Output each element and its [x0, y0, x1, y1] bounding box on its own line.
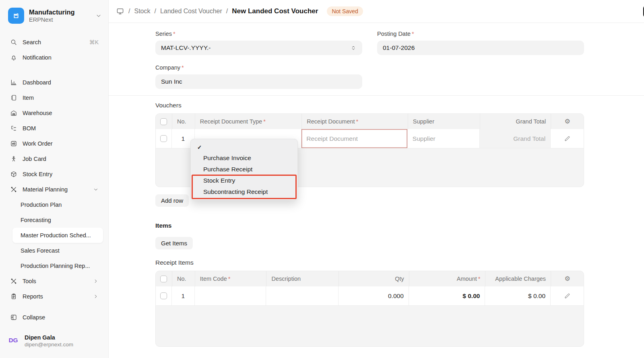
receipt-items-table-header: No. Item Code* Description Qty Amount* A… — [156, 271, 584, 286]
select-updown-icon — [350, 45, 357, 51]
amount-cell[interactable]: $ 0.00 — [409, 286, 485, 306]
breadcrumb-separator: / — [154, 8, 156, 15]
vouchers-heading: Vouchers — [155, 102, 644, 109]
sidebar-item-reports[interactable]: Reports — [0, 289, 108, 304]
row-edit-cell — [551, 129, 584, 148]
table-settings-gear-icon[interactable]: ⚙ — [564, 276, 570, 282]
get-items-button[interactable]: Get Items — [155, 237, 193, 249]
posting-date-label-text: Posting Date — [377, 31, 411, 37]
series-label-text: Series — [155, 31, 172, 37]
sidebar-item-job-card[interactable]: Job Card — [0, 151, 108, 167]
select-all-checkbox[interactable] — [160, 118, 167, 125]
user-menu[interactable]: DG Dipen Gala dipen@erpnext.com — [0, 333, 108, 358]
sidebar-subitem-sales-forecast[interactable]: Sales Forecast — [0, 243, 108, 258]
receipt-document-cell[interactable]: Receipt Document — [301, 129, 407, 148]
page-header: / Stock / Landed Cost Voucher / New Land… — [109, 0, 644, 23]
required-asterisk: * — [173, 31, 175, 37]
sidebar-item-warehouse[interactable]: Warehouse — [0, 105, 108, 121]
col-item-code: Item Code* — [195, 271, 266, 286]
items-heading: Items — [155, 222, 644, 229]
sidebar-item-material-planning[interactable]: Material Planning — [0, 182, 108, 197]
col-amount: Amount* — [409, 271, 485, 286]
required-asterisk: * — [182, 64, 184, 71]
sidebar-subitem-label: Master Production Sched... — [21, 232, 91, 239]
app-platform: ERPNext — [29, 16, 75, 23]
breadcrumb-stock[interactable]: Stock — [134, 8, 150, 15]
user-email: dipen@erpnext.com — [25, 342, 73, 348]
breadcrumb: / Stock / Landed Cost Voucher / New Land… — [116, 6, 363, 16]
sidebar-item-search[interactable]: Search ⌘K — [0, 35, 108, 50]
dropdown-option-stock-entry[interactable]: Stock Entry — [191, 175, 297, 186]
sidebar-item-tools[interactable]: Tools — [0, 274, 108, 289]
col-label: Receipt Document — [307, 118, 355, 125]
chevron-right-icon — [93, 278, 99, 284]
sidebar-subitem-master-production-schedule[interactable]: Master Production Sched... — [12, 228, 103, 243]
supplier-cell[interactable]: Supplier — [408, 129, 480, 148]
dropdown-option-purchase-invoice[interactable]: Purchase Invoice — [191, 152, 297, 164]
select-all-checkbox[interactable] — [160, 276, 167, 282]
receipt-items-heading: Receipt Items — [155, 259, 644, 266]
col-grand-total: Grand Total — [480, 114, 551, 129]
company-input[interactable]: Sun Inc — [155, 74, 362, 89]
sidebar-item-stock-entry[interactable]: Stock Entry — [0, 167, 108, 182]
col-description: Description — [266, 271, 339, 286]
app-switcher[interactable]: Manufacturing ERPNext — [0, 6, 108, 25]
sidebar-item-dashboard[interactable]: Dashboard — [0, 75, 108, 90]
qty-cell[interactable]: 0.000 — [339, 286, 409, 306]
series-field: Series* MAT-LCV-.YYYY.- — [155, 31, 362, 55]
page-title: New Landed Cost Voucher — [232, 7, 318, 15]
sidebar-subitem-label: Production Plan — [21, 202, 62, 208]
supplier-placeholder: Supplier — [413, 135, 436, 142]
sidebar-subitem-label: Sales Forecast — [21, 247, 60, 254]
chevron-right-icon — [93, 294, 99, 299]
required-asterisk: * — [412, 31, 414, 37]
required-asterisk: * — [263, 118, 266, 125]
add-row-button[interactable]: Add row — [155, 194, 189, 207]
dropdown-option-purchase-receipt[interactable]: Purchase Receipt — [191, 164, 297, 175]
grand-total-cell: Grand Total — [480, 129, 551, 148]
app-name: Manufacturing — [29, 8, 75, 16]
dropdown-option-subcontracting-receipt[interactable]: Subcontracting Receipt — [191, 186, 297, 198]
description-cell[interactable] — [266, 286, 339, 306]
company-label-text: Company — [155, 64, 180, 71]
sidebar-item-label: Stock Entry — [23, 171, 52, 177]
sidebar-subitem-production-planning-report[interactable]: Production Planning Rep... — [0, 258, 108, 274]
company-label: Company* — [155, 64, 362, 71]
sidebar-item-notification[interactable]: Notification — [0, 50, 108, 65]
posting-date-field: Posting Date* 01-07-2026 — [377, 31, 584, 55]
search-label: Search — [23, 39, 41, 45]
edit-pencil-icon[interactable] — [564, 135, 571, 142]
series-value: MAT-LCV-.YYYY.- — [161, 44, 211, 51]
sidebar-item-bom[interactable]: BOM — [0, 121, 108, 136]
col-receipt-document: Receipt Document* — [301, 114, 407, 129]
col-label: Amount — [457, 276, 477, 282]
col-label: Receipt Document Type — [200, 118, 262, 125]
posting-date-input[interactable]: 01-07-2026 — [377, 41, 584, 55]
sidebar-item-item[interactable]: Item — [0, 90, 108, 105]
collapse-panel-icon — [10, 314, 17, 321]
monitor-icon[interactable] — [116, 7, 124, 15]
breadcrumb-landed-cost-voucher[interactable]: Landed Cost Voucher — [160, 8, 222, 15]
table-settings-gear-icon[interactable]: ⚙ — [564, 118, 570, 125]
sidebar-subitem-label: Production Planning Rep... — [21, 263, 90, 269]
row-checkbox[interactable] — [160, 292, 167, 299]
receipt-items-row-1: 1 0.000 $ 0.00 $ 0.00 — [156, 286, 584, 306]
breadcrumb-separator: / — [226, 8, 228, 15]
item-code-cell[interactable] — [195, 286, 266, 306]
sidebar-subitem-forecasting[interactable]: Forecasting — [0, 212, 108, 228]
sidebar-item-work-order[interactable]: Work Order — [0, 136, 108, 151]
sidebar-item-label: Reports — [23, 293, 43, 300]
edit-pencil-icon[interactable] — [564, 292, 571, 299]
col-no: No. — [172, 271, 195, 286]
dropdown-option-blank-selected[interactable]: ✓ — [191, 142, 297, 152]
sidebar-subitem-production-plan[interactable]: Production Plan — [0, 197, 108, 212]
row-checkbox[interactable] — [160, 135, 167, 142]
row-edit-cell — [551, 286, 584, 306]
sidebar-item-collapse[interactable]: Collapse — [0, 310, 108, 325]
chevron-down-icon — [93, 187, 99, 192]
posting-date-label: Posting Date* — [377, 31, 584, 37]
series-select[interactable]: MAT-LCV-.YYYY.- — [155, 41, 362, 55]
col-receipt-document-type: Receipt Document Type* — [195, 114, 301, 129]
sidebar-item-label: Job Card — [23, 156, 46, 162]
erpnext-manufacturing-logo-icon — [8, 8, 24, 24]
